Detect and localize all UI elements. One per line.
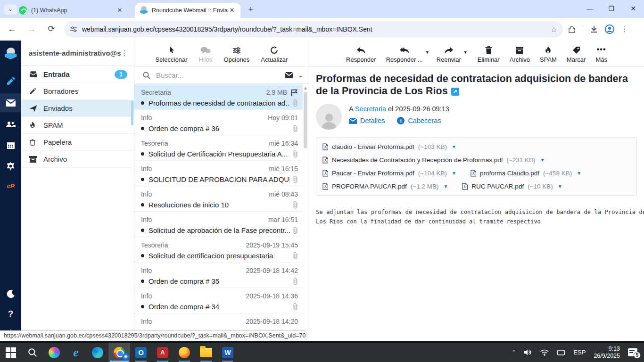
profile-icon[interactable] <box>605 25 614 34</box>
taskbar-word-button[interactable]: W <box>217 343 239 362</box>
taskbar-edge-button[interactable] <box>87 343 108 362</box>
address-bar[interactable]: webmail.sanjuan.gob.ec/cpsess4320018295/… <box>64 21 563 37</box>
sidebar-scrollbar-thumb[interactable] <box>131 101 133 125</box>
site-settings-icon[interactable] <box>70 25 77 33</box>
forward-dropdown-icon[interactable]: ▼ <box>463 50 468 55</box>
tray-clock[interactable]: 9:13 26/9/2025 <box>594 346 620 360</box>
spam-label: SPAM <box>540 56 557 63</box>
attachment-link[interactable]: Paucar - Enviar Proforma.pdf (~104 KB) ▼ <box>322 170 456 177</box>
attachment-link[interactable]: claudio - Enviar Proforma.pdf (~103 KB) … <box>322 143 456 150</box>
refresh-button[interactable]: Actualizar <box>261 44 288 63</box>
attachment-link[interactable]: Necesidades de Contratación y Recepción … <box>322 156 545 164</box>
contacts-icon[interactable] <box>0 115 21 134</box>
attachment-link[interactable]: PROFORMA PAUCAR.pdf (~1.2 MB) ▼ <box>322 183 448 190</box>
reply-all-dropdown-icon[interactable]: ▼ <box>425 50 429 55</box>
attachment-menu-icon[interactable]: ▼ <box>452 144 456 149</box>
folder-papelera[interactable]: Papelera <box>21 134 134 151</box>
message-row[interactable]: Infomar 16:51 Solicitud de aprobación de… <box>134 212 303 237</box>
list-scrollbar[interactable]: ▲ ▼ <box>302 84 309 341</box>
tray-chevron-icon[interactable]: ⌃ <box>512 349 516 355</box>
select-button[interactable]: Seleccionar <box>156 44 188 63</box>
reply-button[interactable]: Responder <box>345 44 377 63</box>
tray-display-icon[interactable] <box>557 349 565 356</box>
help-icon[interactable]: ? <box>0 304 21 323</box>
reload-button[interactable]: ⟳ <box>43 21 59 37</box>
language-indicator[interactable]: ESP <box>573 349 586 356</box>
taskbar-search-button[interactable] <box>22 343 43 362</box>
taskbar-ie-button[interactable]: e <box>65 343 87 362</box>
folder-borradores[interactable]: Borradores <box>21 83 134 100</box>
attachment-menu-icon[interactable]: ▼ <box>558 184 562 189</box>
dark-mode-moon-icon[interactable] <box>0 285 21 304</box>
attachment-menu-icon[interactable]: ▼ <box>452 171 456 176</box>
compose-icon[interactable] <box>0 72 21 90</box>
folder-archivo[interactable]: Archivo <box>21 151 134 168</box>
message-row[interactable]: Infomié 16:15 SOLICITUD DE APROBACION PA… <box>134 161 303 186</box>
scroll-up-icon[interactable]: ▲ <box>302 85 309 90</box>
folder-entrada[interactable]: Entrada 1 <box>21 66 134 83</box>
new-tab-button[interactable]: + <box>245 4 256 16</box>
options-button[interactable]: Opciones <box>223 44 249 63</box>
bookmark-star-icon[interactable]: ☆ <box>551 25 557 34</box>
downloads-icon[interactable] <box>590 25 598 33</box>
tab-close-icon[interactable]: ✕ <box>228 7 236 14</box>
notifications-icon[interactable]: 5 <box>628 348 637 356</box>
message-row[interactable]: Infomié 08:43 Resoluciones de inicio 10 <box>134 186 303 212</box>
taskbar-explorer-button[interactable] <box>195 343 217 362</box>
threads-button[interactable]: Hilos <box>199 44 213 63</box>
restore-button[interactable]: ❐ <box>601 0 622 18</box>
archive-button[interactable]: Archivo <box>509 44 531 63</box>
cpanel-icon[interactable]: cP <box>0 176 21 195</box>
settings-gear-icon[interactable] <box>0 156 21 175</box>
wifi-icon[interactable] <box>540 349 549 356</box>
attachment-menu-icon[interactable]: ▼ <box>577 171 581 176</box>
taskbar-firefox-button[interactable] <box>173 343 195 362</box>
details-button[interactable]: Detalles <box>349 117 385 124</box>
calendar-icon[interactable] <box>0 136 21 155</box>
taskbar-outlook-button[interactable]: O <box>130 343 152 362</box>
browser-menu-icon[interactable]: ⋮ <box>621 25 628 33</box>
folder-enviados[interactable]: Enviados <box>21 100 134 117</box>
message-row[interactable]: Info2025-09-18 14:36 Orden de compra # 3… <box>134 288 303 313</box>
minimize-button[interactable]: — <box>579 0 601 18</box>
tab-close-icon[interactable]: ✕ <box>116 7 124 14</box>
delete-button[interactable]: Eliminar <box>477 44 501 63</box>
message-row[interactable]: Tesoreriamié 16:34 Solicitud de Certific… <box>134 135 303 161</box>
search-input[interactable] <box>156 71 285 79</box>
url-text[interactable]: webmail.sanjuan.gob.ec/cpsess4320018295/… <box>82 25 551 33</box>
tab-whatsapp[interactable]: (1) WhatsApp ✕ <box>14 3 128 18</box>
back-button[interactable]: ← <box>4 21 20 37</box>
message-row[interactable]: Secretaria2.9 MB Proformas de necesidad … <box>134 84 303 110</box>
volume-icon[interactable] <box>524 349 532 356</box>
more-button[interactable]: ••• Más <box>594 44 608 63</box>
start-button[interactable] <box>0 343 22 362</box>
taskbar-chrome-button[interactable]: ◉ <box>108 343 130 362</box>
forward-button[interactable]: Reenviar ▼ <box>436 44 462 63</box>
mail-icon[interactable] <box>0 93 21 112</box>
mark-button[interactable]: Marcar <box>566 44 586 63</box>
recipient-link[interactable]: Secretaria <box>355 105 386 113</box>
flag-icon[interactable] <box>291 89 298 96</box>
extensions-icon[interactable] <box>568 25 576 33</box>
attachment-link[interactable]: proforma Claudio.pdf (~458 KB) ▼ <box>471 170 581 177</box>
folder-spam[interactable]: SPAM <box>21 117 134 134</box>
taskbar-acrobat-button[interactable]: A <box>152 343 173 362</box>
tab-roundcube[interactable]: Roundcube Webmail :: Enviados ✕ <box>135 3 240 18</box>
search-scope-mail-icon[interactable] <box>285 72 293 78</box>
headers-button[interactable]: i Cabeceras <box>397 117 441 124</box>
scrollbar-thumb[interactable] <box>304 92 307 148</box>
open-in-new-window-icon[interactable]: ↗ <box>451 88 459 96</box>
message-row[interactable]: InfoHoy 09:01 Orden de compra # 36 <box>134 110 303 135</box>
search-options-chevron-icon[interactable]: ⌄ <box>298 72 303 79</box>
close-button[interactable]: ✕ <box>622 0 644 18</box>
spam-button[interactable]: SPAM <box>539 44 558 63</box>
attachment-link[interactable]: RUC PAUCAR.pdf (~10 KB) ▼ <box>462 183 562 190</box>
account-menu-icon[interactable]: ⋮ <box>121 49 128 58</box>
message-row[interactable]: Info2025-09-18 14:42 Orden de compra # 3… <box>134 263 303 288</box>
attachment-menu-icon[interactable]: ▼ <box>443 184 448 189</box>
taskbar-copilot-button[interactable] <box>43 343 65 362</box>
message-row[interactable]: Tesoreria2025-09-19 15:45 Solicitud de c… <box>134 237 303 263</box>
attachment-menu-icon[interactable]: ▼ <box>540 157 545 163</box>
forward-button[interactable]: → <box>24 21 40 37</box>
reply-all-button[interactable]: Responder ... ▼ <box>385 44 424 63</box>
